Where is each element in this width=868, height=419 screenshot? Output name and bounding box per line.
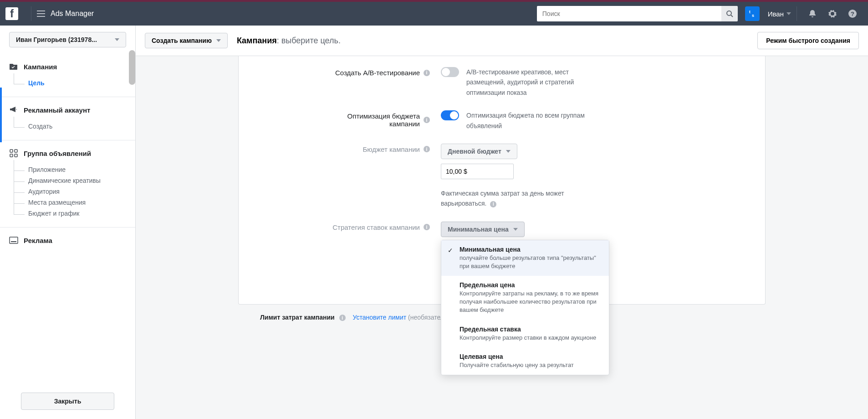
tree-branch-icon <box>14 171 25 182</box>
grid-icon <box>9 149 18 158</box>
budget-opt-toggle[interactable] <box>441 110 459 120</box>
search-container <box>537 6 738 21</box>
dropdown-item-title: Минимальная цена <box>460 246 602 253</box>
close-button[interactable]: Закрыть <box>21 393 114 410</box>
layout: Иван Григорьев (231978... Кампания Цель <box>0 26 868 419</box>
quick-creation-button[interactable]: Режим быстрого создания <box>757 32 859 49</box>
ts-badge-icon[interactable]: ts <box>745 6 760 21</box>
dropdown-item-title: Предельная цена <box>460 281 602 289</box>
main-area: Создать кампанию Кампания: выберите цель… <box>136 26 868 419</box>
sidebar-item-app[interactable]: Приложение <box>14 164 126 175</box>
svg-line-1 <box>731 15 733 17</box>
sidebar-section-ad-account: Рекламный аккаунт Создать <box>0 97 135 140</box>
dropdown-item-title: Предельная ставка <box>460 326 602 333</box>
create-campaign-dropdown[interactable]: Создать кампанию <box>145 33 228 48</box>
budget-opt-desc: Оптимизация бюджета по всем группам объя… <box>466 110 603 131</box>
sidebar-item-dynamic-creatives[interactable]: Динамические креативы <box>14 175 126 186</box>
sidebar-item-audience[interactable]: Аудитория <box>14 186 126 197</box>
info-icon[interactable]: i <box>490 201 496 207</box>
spend-limit-label: Лимит затрат кампании i <box>260 314 346 321</box>
tree-branch-icon <box>14 117 25 128</box>
user-caret-icon[interactable] <box>786 12 791 15</box>
info-icon[interactable]: i <box>424 70 430 76</box>
svg-rect-7 <box>15 150 17 152</box>
svg-text:s: s <box>752 13 754 18</box>
tree-branch-icon <box>14 182 25 193</box>
search-button[interactable] <box>721 6 738 21</box>
svg-text:t: t <box>749 10 751 14</box>
sidebar-item-budget-schedule[interactable]: Бюджет и график <box>14 208 126 219</box>
folder-check-icon <box>9 62 18 71</box>
sidebar-heading-ad-account[interactable]: Рекламный аккаунт <box>9 105 126 114</box>
row-campaign-budget: Бюджет кампании i Дневной бюджет Фактиче… <box>257 137 747 215</box>
bid-strategy-select[interactable]: Минимальная цена <box>441 222 525 237</box>
divider <box>31 6 31 21</box>
budget-type-select[interactable]: Дневной бюджет <box>441 144 517 159</box>
tree-branch-icon <box>14 193 25 204</box>
set-limit-link[interactable]: Установите лимит <box>353 314 407 321</box>
bid-strategy-dropdown: ✓Минимальная ценаполучайте больше резуль… <box>441 240 609 375</box>
sidebar-section-ad: Реклама <box>0 228 135 259</box>
sidebar-heading-campaign[interactable]: Кампания <box>9 62 126 71</box>
ts-glyph-icon: ts <box>748 10 756 18</box>
app-title[interactable]: Ads Manager <box>51 10 94 18</box>
account-selector[interactable]: Иван Григорьев (231978... <box>9 32 126 47</box>
tree-branch-icon <box>14 73 25 84</box>
dropdown-item[interactable]: Предельная ценаКонтролируйте затраты на … <box>441 276 609 320</box>
sidebar-item-placements[interactable]: Места размещения <box>14 197 126 208</box>
info-icon[interactable]: i <box>424 146 430 152</box>
caret-down-icon <box>513 228 518 231</box>
account-label: Иван Григорьев (231978... <box>16 36 97 43</box>
content-scroll[interactable]: Создать A/B-тестирование i A/B-тестирова… <box>136 56 868 419</box>
dropdown-item-desc: Контролируйте размер ставки в каждом аук… <box>460 334 602 342</box>
sidebar-section-adset: Группа объявлений Приложение Динамически… <box>0 140 135 228</box>
dropdown-item-title: Целевая цена <box>460 353 602 360</box>
svg-rect-11 <box>11 241 16 242</box>
sidebar-item-objective[interactable]: Цель <box>14 78 126 88</box>
dropdown-item-desc: Получайте стабильную цену за результат <box>460 361 602 369</box>
dropdown-item[interactable]: Предельная ставкаКонтролируйте размер ст… <box>441 320 609 347</box>
ab-test-desc: A/B-тестирование креативов, мест размеще… <box>466 67 594 98</box>
facebook-logo-icon[interactable]: f <box>5 7 18 20</box>
sidebar-heading-adset[interactable]: Группа объявлений <box>9 149 126 158</box>
label-bid-strategy: Стратегия ставок кампании i <box>257 222 430 231</box>
info-icon[interactable]: i <box>424 224 430 230</box>
help-icon[interactable]: ? <box>848 9 857 18</box>
row-budget-opt: Оптимизация бюджета кампании i Оптимизац… <box>257 104 747 137</box>
svg-rect-6 <box>10 150 13 152</box>
budget-value-input[interactable] <box>441 164 514 179</box>
notifications-icon[interactable] <box>808 9 817 18</box>
dropdown-item[interactable]: ✓Минимальная ценаполучайте больше резуль… <box>441 240 609 276</box>
tree-branch-icon <box>14 160 25 171</box>
label-ab-test: Создать A/B-тестирование i <box>257 67 430 77</box>
dropdown-item-desc: Контролируйте затраты на рекламу, в то ж… <box>460 290 602 315</box>
sidebar-heading-ad[interactable]: Реклама <box>9 236 126 245</box>
caret-down-icon <box>506 150 511 153</box>
active-marker <box>0 88 2 142</box>
info-icon[interactable]: i <box>339 315 346 321</box>
form-panel: Создать A/B-тестирование i A/B-тестирова… <box>238 56 766 305</box>
dropdown-item[interactable]: Целевая ценаПолучайте стабильную цену за… <box>441 347 609 375</box>
search-icon <box>726 10 733 17</box>
ab-test-toggle[interactable] <box>441 67 459 77</box>
page-title: Кампания: выберите цель. <box>237 36 341 46</box>
user-name[interactable]: Иван <box>768 10 784 18</box>
row-bid-strategy: Стратегия ставок кампании i Минимальная … <box>257 215 747 243</box>
caret-down-icon <box>115 38 119 41</box>
budget-note: Фактическая сумма затрат за день может в… <box>441 188 587 209</box>
scrollbar-thumb[interactable] <box>129 50 135 85</box>
menu-icon[interactable] <box>37 10 45 17</box>
label-campaign-budget: Бюджет кампании i <box>257 144 430 153</box>
svg-rect-8 <box>10 154 13 157</box>
main-header: Создать кампанию Кампания: выберите цель… <box>136 26 868 56</box>
row-ab-test: Создать A/B-тестирование i A/B-тестирова… <box>257 61 747 104</box>
search-input[interactable] <box>537 6 721 21</box>
info-icon[interactable]: i <box>424 117 430 123</box>
dropdown-item-desc: получайте больше результатов типа "резул… <box>460 254 602 270</box>
sidebar-item-create-account[interactable]: Создать <box>14 121 126 132</box>
svg-rect-10 <box>10 237 18 243</box>
svg-text:?: ? <box>851 10 854 17</box>
settings-icon[interactable] <box>828 9 837 18</box>
sidebar: Иван Григорьев (231978... Кампания Цель <box>0 26 136 419</box>
svg-rect-9 <box>15 154 17 157</box>
